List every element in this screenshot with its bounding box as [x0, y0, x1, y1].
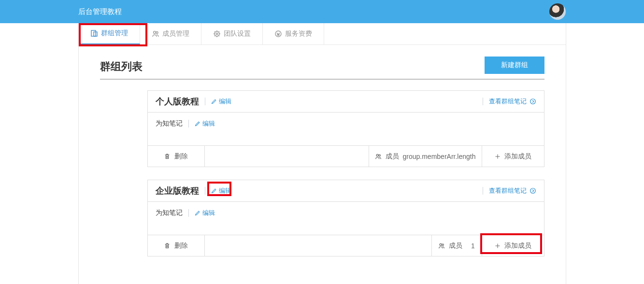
edit-icon [195, 121, 200, 127]
edit-group-link[interactable]: 编辑 [211, 97, 231, 106]
svg-point-2 [153, 31, 156, 34]
svg-point-12 [442, 244, 444, 246]
footer-spacer [205, 146, 369, 167]
edit-subgroup-link[interactable]: 编辑 [195, 119, 215, 128]
topbar: 后台管理教程 [0, 0, 644, 23]
plus-icon [495, 154, 501, 159]
highlight-box [207, 182, 231, 196]
delete-label: 删除 [174, 241, 188, 250]
svg-point-7 [530, 99, 535, 104]
group-card: 个人版教程 编辑 查看群组笔记 [147, 90, 544, 167]
edit-label: 编辑 [202, 209, 215, 217]
members-prefix: 成员 [449, 241, 462, 250]
svg-point-10 [530, 188, 535, 194]
members-prefix: 成员 [386, 152, 399, 161]
trash-icon [164, 242, 171, 249]
arrow-right-icon [530, 187, 536, 194]
tab-members[interactable]: 成员管理 [140, 23, 201, 44]
groups-icon [90, 29, 98, 37]
new-group-button[interactable]: 新建群组 [485, 57, 544, 74]
tab-label: 服务资费 [285, 29, 312, 38]
svg-point-3 [156, 32, 158, 34]
tab-billing[interactable]: 服务资费 [263, 23, 324, 44]
billing-icon [274, 30, 282, 38]
avatar[interactable] [549, 3, 566, 20]
svg-point-6 [275, 31, 281, 37]
tab-groups[interactable]: 群组管理 [79, 23, 140, 44]
delete-button[interactable]: 删除 [148, 146, 205, 167]
group-name: 企业版教程 [156, 185, 199, 197]
view-notes-link[interactable]: 查看群组笔记 [480, 97, 536, 106]
edit-icon [195, 210, 200, 216]
delete-button[interactable]: 删除 [148, 235, 205, 256]
footer-spacer [205, 235, 432, 256]
members-count: 成员 group.memberArr.length [369, 146, 482, 167]
trash-icon [164, 153, 171, 160]
app-title: 后台管理教程 [78, 7, 122, 16]
card-body: 为知笔记 编辑 [148, 202, 544, 235]
tab-team-settings[interactable]: 团队设置 [201, 23, 263, 44]
divider [483, 187, 483, 195]
arrow-right-icon [530, 98, 536, 105]
svg-point-4 [215, 31, 219, 36]
tab-label: 团队设置 [224, 29, 251, 38]
add-member-button[interactable]: 添加成员 [482, 146, 544, 167]
svg-point-9 [378, 155, 380, 156]
highlight-box [480, 233, 542, 254]
members-icon [438, 242, 445, 249]
svg-point-11 [440, 243, 442, 245]
members-count-value: 1 [471, 242, 475, 250]
members-icon [375, 153, 382, 160]
members-count-value: group.memberArr.length [403, 153, 476, 160]
divider [188, 120, 189, 128]
svg-point-5 [216, 33, 218, 35]
page-title: 群组列表 [100, 59, 143, 74]
divider [205, 98, 205, 105]
tabs: 群组管理 成员管理 团队设置 服务资费 [79, 23, 566, 45]
edit-icon [211, 99, 217, 104]
edit-label: 编辑 [219, 97, 231, 106]
members-count: 成员 1 [432, 235, 482, 256]
tab-label: 群组管理 [101, 29, 128, 38]
subgroup-name: 为知笔记 [156, 119, 183, 128]
card-footer: 删除 成员 group.memberArr.length 添加成员 [148, 145, 544, 167]
card-header: 个人版教程 编辑 查看群组笔记 [148, 91, 544, 113]
header-row: 群组列表 新建群组 [100, 57, 544, 80]
delete-label: 删除 [174, 152, 188, 161]
divider [205, 187, 205, 195]
edit-label: 编辑 [202, 119, 215, 128]
divider [483, 98, 483, 105]
members-icon [152, 30, 159, 38]
add-member-label: 添加成员 [504, 152, 531, 161]
group-name: 个人版教程 [156, 96, 199, 107]
edit-subgroup-link[interactable]: 编辑 [195, 209, 215, 217]
view-notes-label: 查看群组笔记 [489, 97, 527, 106]
divider [188, 209, 189, 217]
view-notes-label: 查看群组笔记 [489, 186, 527, 195]
settings-icon [213, 30, 221, 38]
svg-point-8 [376, 154, 378, 156]
view-notes-link[interactable]: 查看群组笔记 [480, 186, 536, 195]
subgroup-name: 为知笔记 [156, 209, 183, 217]
tab-label: 成员管理 [162, 29, 189, 38]
card-body: 为知笔记 编辑 [148, 113, 544, 145]
